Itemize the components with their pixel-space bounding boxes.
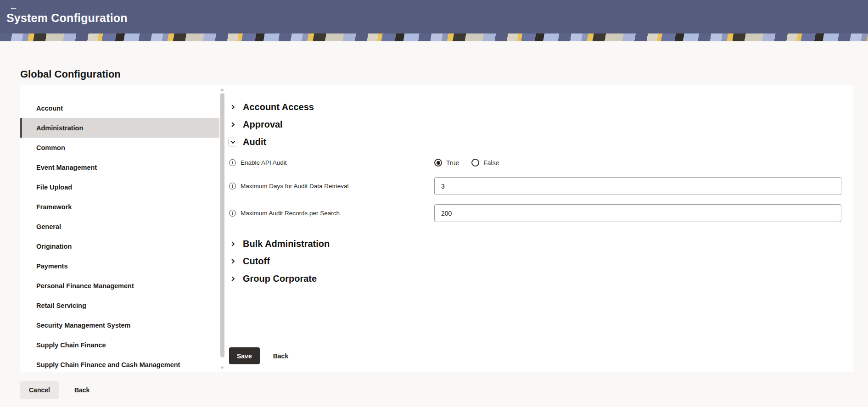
section-header-cutoff[interactable]: Cutoff <box>229 252 841 270</box>
max-audit-records-input[interactable] <box>434 204 841 222</box>
app-title: System Configuration <box>6 11 128 25</box>
section-accordion: Account Access Approval Audit i Enab <box>225 85 853 372</box>
info-icon: i <box>229 183 236 190</box>
chevron-right-icon <box>229 103 237 111</box>
save-button[interactable]: Save <box>229 347 260 364</box>
footer-back-link[interactable]: Back <box>74 386 90 394</box>
chevron-right-icon <box>229 257 237 265</box>
field-row-max-days-audit-retrieval: i Maximum Days for Audit Data Retrieval <box>229 177 841 195</box>
radio-label: False <box>483 159 499 167</box>
radio-label: True <box>446 159 459 167</box>
footer-actions: Cancel Back <box>20 381 853 399</box>
panel-back-link[interactable]: Back <box>273 352 288 360</box>
section-title: Group Corporate <box>243 273 317 284</box>
field-label-text: Maximum Audit Records per Search <box>241 210 340 217</box>
category-sidebar: Account Administration Common Event Mana… <box>20 85 219 372</box>
section-header-bulk-administration[interactable]: Bulk Administration <box>229 235 841 252</box>
info-icon: i <box>229 159 236 166</box>
field-row-enable-api-audit: i Enable API Audit True False <box>229 159 841 167</box>
info-icon: i <box>229 210 236 217</box>
radio-option-false[interactable]: False <box>471 159 499 167</box>
chevron-down-icon <box>229 138 237 146</box>
decorative-pattern-strip <box>0 33 868 41</box>
sidebar-item-supply-chain-finance-and-cash-management[interactable]: Supply Chain Finance and Cash Management <box>20 355 219 374</box>
scroll-down-icon[interactable] <box>220 367 224 369</box>
section-title: Account Access <box>243 102 314 112</box>
sidebar-item-security-management-system[interactable]: Security Management System <box>20 315 219 335</box>
section-header-approval[interactable]: Approval <box>229 116 841 133</box>
radio-selected-icon[interactable] <box>434 159 442 167</box>
max-days-audit-retrieval-input[interactable] <box>434 177 841 195</box>
sidebar-item-framework[interactable]: Framework <box>20 197 219 217</box>
section-header-account-access[interactable]: Account Access <box>229 98 841 116</box>
radio-unselected-icon[interactable] <box>471 159 479 167</box>
sidebar-item-common[interactable]: Common <box>20 138 219 157</box>
sidebar-item-account[interactable]: Account <box>20 98 219 118</box>
chevron-right-icon <box>229 275 237 283</box>
radio-option-true[interactable]: True <box>434 159 459 167</box>
app-header: ← System Configuration <box>0 0 868 33</box>
field-label: i Maximum Audit Records per Search <box>229 210 434 217</box>
field-label-text: Maximum Days for Audit Data Retrieval <box>241 183 349 190</box>
field-label: i Enable API Audit <box>229 159 434 166</box>
audit-fields: i Enable API Audit True False <box>229 151 841 235</box>
back-arrow-icon[interactable]: ← <box>9 2 18 12</box>
chevron-right-icon <box>229 240 237 248</box>
sidebar-scrollbar[interactable] <box>219 85 225 372</box>
configuration-panel: Account Administration Common Event Mana… <box>20 85 853 372</box>
field-control: True False <box>434 159 841 167</box>
sidebar-item-payments[interactable]: Payments <box>20 256 219 276</box>
section-title: Approval <box>243 119 283 130</box>
sidebar-item-administration[interactable]: Administration <box>20 118 219 138</box>
sidebar-item-supply-chain-finance[interactable]: Supply Chain Finance <box>20 335 219 355</box>
chevron-right-icon <box>229 121 237 128</box>
sidebar-item-event-management[interactable]: Event Management <box>20 157 219 177</box>
field-control <box>434 177 841 195</box>
section-header-audit[interactable]: Audit <box>229 133 841 151</box>
sidebar-item-retail-servicing[interactable]: Retail Servicing <box>20 295 219 315</box>
scroll-up-icon[interactable] <box>220 88 224 91</box>
section-title: Bulk Administration <box>243 239 330 249</box>
scrollbar-thumb[interactable] <box>220 93 224 357</box>
sidebar-item-personal-finance-management[interactable]: Personal Finance Management <box>20 276 219 295</box>
field-row-max-audit-records: i Maximum Audit Records per Search <box>229 204 841 222</box>
page-body: Global Configuration Account Administrat… <box>0 41 868 399</box>
enable-api-audit-radio-group: True False <box>434 159 841 167</box>
field-label: i Maximum Days for Audit Data Retrieval <box>229 183 434 190</box>
panel-actions: Save Back <box>229 347 288 364</box>
sidebar-item-origination[interactable]: Origination <box>20 236 219 256</box>
section-title: Cutoff <box>243 256 270 267</box>
section-title: Audit <box>243 137 266 147</box>
section-header-group-corporate[interactable]: Group Corporate <box>229 270 841 287</box>
page-title: Global Configuration <box>20 41 853 81</box>
field-label-text: Enable API Audit <box>241 159 287 166</box>
field-control <box>434 204 841 222</box>
cancel-button[interactable]: Cancel <box>20 381 59 399</box>
sidebar-item-general[interactable]: General <box>20 217 219 236</box>
sidebar-item-file-upload[interactable]: File Upload <box>20 177 219 197</box>
